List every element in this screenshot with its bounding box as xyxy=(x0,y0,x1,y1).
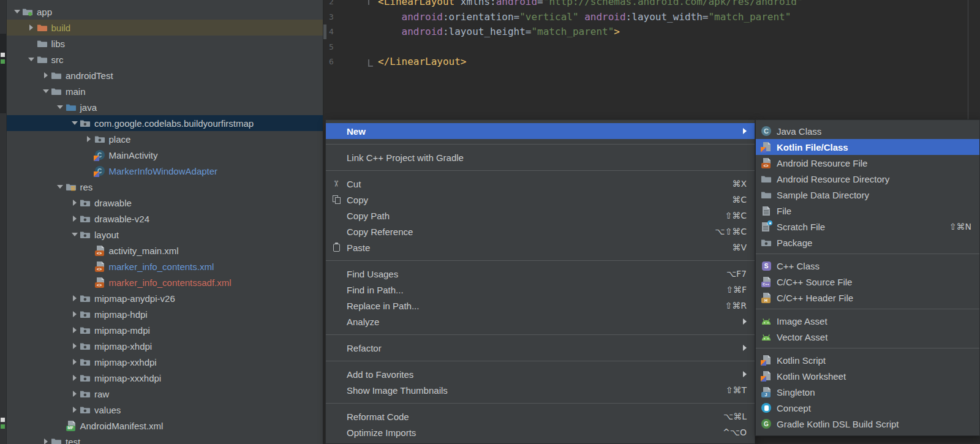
submenu-item-c-c-header-file[interactable]: HC/C++ Header File xyxy=(756,290,979,306)
menu-item-optimize-imports[interactable]: Optimize Imports^⌥O xyxy=(326,424,755,440)
chevron-right-icon[interactable] xyxy=(69,407,80,413)
tree-item-src[interactable]: src xyxy=(6,51,323,67)
tree-item-libs[interactable]: libs xyxy=(6,36,323,51)
tree-item-mipmap-hdpi[interactable]: mipmap-hdpi xyxy=(6,306,323,322)
tree-item-mipmap-xxxhdpi[interactable]: mipmap-xxxhdpi xyxy=(6,370,323,386)
tree-item-res[interactable]: res xyxy=(6,179,323,195)
tree-item-place[interactable]: place xyxy=(6,131,323,147)
tree-item-marker-info-contentssadf-xml[interactable]: <>marker_info_contentssadf.xml xyxy=(6,274,323,290)
tree-item-label: androidTest xyxy=(66,70,113,81)
menu-item-analyze[interactable]: Analyze xyxy=(326,314,755,329)
menu-item-replace-in-path[interactable]: Replace in Path...⇧⌘R xyxy=(326,298,755,314)
submenu-item-gradle-kotlin-dsl-build-script[interactable]: GGradle Kotlin DSL Build Script xyxy=(756,416,979,432)
submenu-item-kotlin-worksheet[interactable]: Kotlin Worksheet xyxy=(756,368,979,384)
chevron-right-icon[interactable] xyxy=(69,216,80,222)
submenu-item-android-resource-file[interactable]: <>Android Resource File xyxy=(756,155,979,171)
tool-window-stripe[interactable] xyxy=(0,0,7,444)
menu-shortcut: ⇧⌘F xyxy=(726,285,747,295)
menu-item-link-c-project-with-gradle[interactable]: Link C++ Project with Gradle xyxy=(326,149,755,165)
tree-item-activity-main-xml[interactable]: <>activity_main.xml xyxy=(6,243,323,258)
tree-item-label: AndroidManifest.xml xyxy=(80,421,164,431)
tree-item-com-google-codelabs-buildyourfirstmap[interactable]: com.google.codelabs.buildyourfirstmap xyxy=(6,115,323,131)
tree-item-mipmap-xxhdpi[interactable]: mipmap-xxhdpi xyxy=(6,354,323,370)
chevron-right-icon[interactable] xyxy=(26,24,37,31)
tree-item-layout[interactable]: layout xyxy=(6,227,323,243)
tree-item-raw[interactable]: raw xyxy=(6,386,323,402)
menu-item-new[interactable]: New xyxy=(326,123,755,139)
tree-item-app[interactable]: app xyxy=(6,4,323,20)
chevron-right-icon[interactable] xyxy=(69,359,80,365)
tree-item-label: test xyxy=(66,437,80,444)
tree-item-androidmanifest-xml[interactable]: MFAndroidManifest.xml xyxy=(6,418,323,434)
submenu-item-file[interactable]: File xyxy=(756,203,979,219)
submenu-item-c-class[interactable]: SC++ Class xyxy=(756,258,979,274)
chevron-right-icon[interactable] xyxy=(40,72,51,78)
menu-item-copy[interactable]: Copy⌘C xyxy=(326,192,755,208)
menu-item-find-usages[interactable]: Find Usages⌥F7 xyxy=(326,266,755,282)
menu-item-add-to-favorites[interactable]: Add to Favorites xyxy=(326,366,755,382)
menu-item-paste[interactable]: Paste⌘V xyxy=(326,239,755,255)
code-line-4[interactable]: 4 android:layout_height="match_parent"> xyxy=(323,24,980,40)
code-line-6[interactable]: 6</LinearLayout> xyxy=(323,55,980,70)
submenu-item-sample-data-directory[interactable]: Sample Data Directory xyxy=(756,187,979,203)
submenu-item-scratch-file[interactable]: Scratch File⇧⌘N xyxy=(756,219,979,235)
chevron-down-icon[interactable] xyxy=(26,58,37,61)
submenu-item-kotlin-file-class[interactable]: Kotlin File/Class xyxy=(756,139,979,155)
chevron-down-icon[interactable] xyxy=(12,10,22,13)
chevron-right-icon[interactable] xyxy=(69,327,80,333)
tree-item-java[interactable]: java xyxy=(6,99,323,115)
submenu-item-vector-asset[interactable]: Vector Asset xyxy=(756,329,979,345)
tree-item-mipmap-xhdpi[interactable]: mipmap-xhdpi xyxy=(6,338,323,354)
tree-item-build[interactable]: build xyxy=(6,20,323,36)
chevron-right-icon[interactable] xyxy=(40,438,51,444)
tree-item-markerinfowindowadapter[interactable]: CMarkerInfoWindowAdapter xyxy=(6,163,323,179)
project-tree[interactable]: appbuildlibssrcandroidTestmainjavacom.go… xyxy=(6,0,323,444)
chevron-down-icon[interactable] xyxy=(55,105,66,109)
chevron-right-icon[interactable] xyxy=(69,375,80,381)
submenu-item-kotlin-script[interactable]: Kotlin Script xyxy=(756,352,979,368)
menu-item-show-image-thumbnails[interactable]: Show Image Thumbnails⇧⌘T xyxy=(326,382,755,398)
chevron-right-icon[interactable] xyxy=(84,136,94,142)
chevron-down-icon[interactable] xyxy=(69,233,80,236)
code-line-2[interactable]: 2<LinearLayout xmlns:android="http://sch… xyxy=(323,0,980,10)
fold-marker-icon[interactable] xyxy=(367,55,375,70)
chevron-right-icon[interactable] xyxy=(69,391,80,397)
fold-marker-icon[interactable] xyxy=(367,0,375,10)
chevron-right-icon[interactable] xyxy=(69,295,80,301)
submenu-item-singleton[interactable]: JSingleton xyxy=(756,384,979,400)
tree-item-drawable[interactable]: drawable xyxy=(6,195,323,211)
menu-separator xyxy=(326,329,755,340)
line-number: 6 xyxy=(323,55,367,70)
chevron-right-icon[interactable] xyxy=(69,200,80,206)
submenu-item-java-class[interactable]: CJava Class xyxy=(756,123,979,139)
submenu-item-android-resource-directory[interactable]: Android Resource Directory xyxy=(756,171,979,187)
tree-item-values[interactable]: values xyxy=(6,402,323,418)
tree-item-mainactivity[interactable]: CMainActivity xyxy=(6,147,323,163)
chevron-down-icon[interactable] xyxy=(40,89,51,93)
menu-item-copy-path[interactable]: Copy Path⇧⌘C xyxy=(326,208,755,224)
editor-scrollbar-track[interactable] xyxy=(968,0,968,119)
submenu-item-package[interactable]: Package xyxy=(756,235,979,250)
menu-item-label: C/C++ Source File xyxy=(777,277,852,287)
tree-item-marker-info-contents-xml[interactable]: <>marker_info_contents.xml xyxy=(6,258,323,274)
code-line-3[interactable]: 3 android:orientation="vertical" android… xyxy=(323,10,980,25)
chevron-down-icon[interactable] xyxy=(69,121,80,125)
tree-item-test[interactable]: test xyxy=(6,434,323,444)
tree-item-androidtest[interactable]: androidTest xyxy=(6,67,323,83)
chevron-right-icon[interactable] xyxy=(69,311,80,317)
chevron-right-icon[interactable] xyxy=(69,343,80,349)
menu-item-reformat-code[interactable]: Reformat Code⌥⌘L xyxy=(326,408,755,424)
submenu-item-image-asset[interactable]: Image Asset xyxy=(756,313,979,329)
tree-item-mipmap-anydpi-v26[interactable]: mipmap-anydpi-v26 xyxy=(6,290,323,306)
menu-item-refactor[interactable]: Refactor xyxy=(326,340,755,356)
submenu-item-concept[interactable]: Concept xyxy=(756,400,979,416)
menu-item-find-in-path[interactable]: Find in Path...⇧⌘F xyxy=(326,282,755,298)
chevron-down-icon[interactable] xyxy=(55,185,66,189)
tree-item-drawable-v24[interactable]: drawable-v24 xyxy=(6,211,323,227)
code-line-5[interactable]: 5 xyxy=(323,40,980,55)
tree-item-mipmap-mdpi[interactable]: mipmap-mdpi xyxy=(6,322,323,338)
tree-item-main[interactable]: main xyxy=(6,83,323,99)
submenu-item-c-c-source-file[interactable]: C++C/C++ Source File xyxy=(756,274,979,290)
menu-item-copy-reference[interactable]: Copy Reference⌥⇧⌘C xyxy=(326,224,755,239)
menu-item-cut[interactable]: ✂Cut⌘X xyxy=(326,176,755,192)
